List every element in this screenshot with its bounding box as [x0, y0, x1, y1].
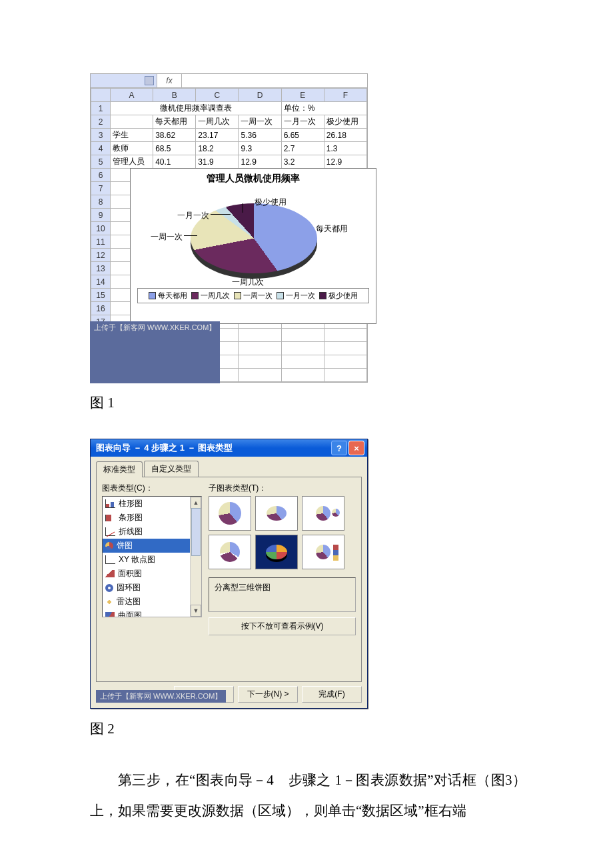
column-header[interactable]: E	[281, 89, 324, 102]
chart-type-item[interactable]: 折线图	[103, 525, 191, 539]
data-cell[interactable]: 38.62	[153, 129, 196, 142]
row-header[interactable]: 3	[91, 129, 111, 142]
name-box[interactable]	[91, 74, 157, 87]
help-button[interactable]: ?	[331, 441, 347, 455]
chart-type-item[interactable]: 条形图	[103, 511, 191, 525]
row-header[interactable]: 8	[91, 195, 111, 209]
subtype-exploded-pie[interactable]	[209, 535, 251, 569]
close-button[interactable]: ×	[348, 441, 364, 455]
empty-cell[interactable]	[281, 329, 324, 342]
chart-type-item[interactable]: 饼图	[103, 539, 191, 553]
row-header[interactable]: 15	[91, 289, 111, 302]
data-cell[interactable]: 5.36	[239, 129, 281, 142]
empty-cell[interactable]	[324, 369, 366, 382]
row-header[interactable]: 5	[91, 155, 111, 169]
column-label-cell[interactable]: 一周几次	[196, 115, 239, 129]
chart-type-item[interactable]: 圆环图	[103, 581, 191, 595]
data-cell[interactable]: 12.9	[324, 155, 366, 169]
data-cell[interactable]: 6.65	[281, 129, 324, 142]
column-header[interactable]: B	[153, 89, 196, 102]
column-header[interactable]: A	[111, 89, 153, 102]
empty-cell[interactable]	[281, 369, 324, 382]
row-label-cell[interactable]: 管理人员	[111, 155, 153, 169]
chart-type-icon	[105, 542, 113, 550]
column-header[interactable]: F	[324, 89, 366, 102]
empty-cell[interactable]	[281, 342, 324, 355]
sheet-title[interactable]: 微机使用频率调查表	[111, 102, 282, 115]
slice-label: 一周几次	[232, 277, 264, 288]
fx-button[interactable]: fx	[157, 74, 182, 87]
scroll-thumb[interactable]	[191, 508, 201, 556]
finish-button[interactable]: 完成(F)	[302, 686, 362, 703]
subtype-pie-3d[interactable]	[255, 496, 298, 531]
embedded-pie-chart[interactable]: 管理人员微机使用频率 每天都用 一周几次 一周一次 一月一次 极少使用 每天都用…	[130, 168, 376, 324]
data-cell[interactable]: 12.9	[239, 155, 281, 169]
scroll-down-icon[interactable]: ▼	[191, 605, 201, 617]
column-header[interactable]: C	[196, 89, 239, 102]
row-header[interactable]: 9	[91, 209, 111, 222]
data-cell[interactable]: 23.17	[196, 129, 239, 142]
data-cell[interactable]: 40.1	[153, 155, 196, 169]
chart-wizard-dialog: 图表向导 － 4 步骤之 1 － 图表类型 ? × 标准类型 自定义类型 图表类…	[90, 439, 368, 709]
dialog-titlebar[interactable]: 图表向导 － 4 步骤之 1 － 图表类型 ? ×	[91, 439, 367, 457]
row-header[interactable]: 14	[91, 275, 111, 289]
unit-cell[interactable]: 单位：%	[281, 102, 366, 115]
subtype-pie-of-pie[interactable]	[302, 496, 344, 531]
subtype-description: 分离型三维饼图	[209, 577, 356, 612]
data-cell[interactable]: 1.3	[324, 142, 366, 155]
row-header[interactable]: 6	[91, 169, 111, 182]
column-label-cell[interactable]: 每天都用	[153, 115, 196, 129]
row-header[interactable]: 1	[91, 102, 111, 115]
data-cell[interactable]: 31.9	[196, 155, 239, 169]
empty-cell[interactable]	[239, 329, 281, 342]
data-cell[interactable]: 2.7	[281, 142, 324, 155]
empty-cell[interactable]	[239, 355, 281, 369]
column-label-cell[interactable]: 一周一次	[239, 115, 281, 129]
chart-type-item[interactable]: 柱形图	[103, 497, 191, 511]
row-header[interactable]: 12	[91, 249, 111, 262]
formula-input[interactable]	[182, 74, 367, 87]
scroll-up-icon[interactable]: ▲	[191, 497, 201, 509]
row-header[interactable]: 16	[91, 302, 111, 315]
column-header[interactable]: D	[239, 89, 281, 102]
data-cell[interactable]: 18.2	[196, 142, 239, 155]
column-label-cell[interactable]: 一月一次	[281, 115, 324, 129]
chart-type-listbox[interactable]: 柱形图条形图折线图饼图XY 散点图面积图圆环图雷达图曲面图 ▲ ▼	[102, 496, 202, 617]
data-cell[interactable]: 26.18	[324, 129, 366, 142]
data-cell[interactable]: 9.3	[239, 142, 281, 155]
dialog-tabs: 标准类型 自定义类型	[91, 457, 367, 477]
body-paragraph: 第三步，在“图表向导－4 步骤之 1－图表源数据”对话框（图3）上，如果需要更改…	[90, 765, 526, 826]
data-cell[interactable]: 68.5	[153, 142, 196, 155]
name-box-dropdown-icon[interactable]	[145, 76, 154, 85]
empty-cell[interactable]	[239, 342, 281, 355]
row-header[interactable]: 11	[91, 235, 111, 249]
empty-cell[interactable]	[324, 342, 366, 355]
chart-type-label: 柱形图	[119, 498, 143, 509]
chart-type-item[interactable]: 雷达图	[103, 595, 191, 609]
subtype-bar-of-pie[interactable]	[302, 535, 344, 569]
empty-cell[interactable]	[239, 369, 281, 382]
column-label-cell[interactable]: 极少使用	[324, 115, 366, 129]
row-header[interactable]: 10	[91, 222, 111, 235]
empty-cell[interactable]	[324, 355, 366, 369]
row-header[interactable]: 2	[91, 115, 111, 129]
next-button[interactable]: 下一步(N) >	[238, 686, 298, 703]
listbox-scrollbar[interactable]: ▲ ▼	[190, 497, 201, 617]
chart-type-item[interactable]: 曲面图	[103, 609, 191, 617]
row-label-cell[interactable]: 学生	[111, 129, 153, 142]
chart-type-item[interactable]: XY 散点图	[103, 553, 191, 567]
row-header[interactable]: 13	[91, 262, 111, 275]
empty-cell[interactable]	[281, 355, 324, 369]
empty-cell[interactable]	[324, 329, 366, 342]
select-all-cell[interactable]	[91, 89, 111, 102]
tab-standard[interactable]: 标准类型	[96, 461, 143, 477]
data-cell[interactable]: 3.2	[281, 155, 324, 169]
preview-sample-button[interactable]: 按下不放可查看示例(V)	[209, 617, 356, 635]
row-header[interactable]: 4	[91, 142, 111, 155]
subtype-pie[interactable]	[209, 496, 251, 531]
subtype-exploded-3d-pie[interactable]	[255, 535, 298, 569]
row-header[interactable]: 7	[91, 182, 111, 195]
row-label-cell[interactable]: 教师	[111, 142, 153, 155]
chart-type-item[interactable]: 面积图	[103, 567, 191, 581]
tab-custom[interactable]: 自定义类型	[144, 461, 199, 477]
